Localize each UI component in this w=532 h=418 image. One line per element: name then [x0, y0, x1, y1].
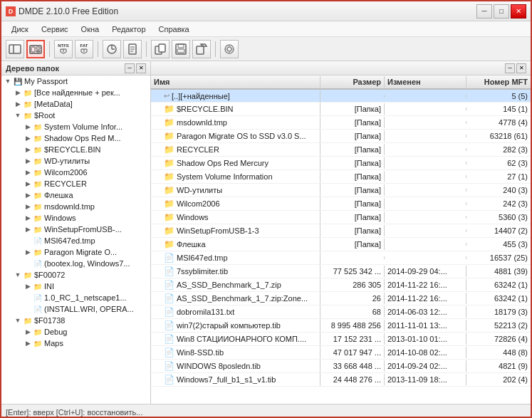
table-row[interactable]: 📁 Paragon Migrate OS to SSD v3.0 S... [П… — [151, 130, 531, 143]
tree-item[interactable]: ▶ 📁 Paragon Migrate O... — [1, 246, 150, 258]
tree-expander[interactable] — [23, 236, 33, 246]
load-image-btn[interactable] — [192, 40, 211, 58]
tree-expander[interactable] — [23, 304, 33, 314]
table-row[interactable]: ↩ [..][+найденные] 5 (5) — [151, 90, 531, 103]
tree-expander[interactable]: ▼ — [13, 270, 23, 280]
tree-expander[interactable]: ▶ — [23, 281, 33, 291]
tree-expander[interactable] — [23, 293, 33, 303]
tree-item[interactable]: ▶ 📁 [Все найденные + рек... — [1, 87, 150, 98]
tree-expander[interactable]: ▶ — [23, 179, 33, 189]
tree-item[interactable]: ▼ 📁 $F00072 — [1, 269, 150, 281]
tree-expander[interactable]: ▶ — [23, 122, 33, 132]
tree-item[interactable]: ▶ 📁 msdownld.tmp — [1, 201, 150, 212]
partition-btn[interactable] — [6, 40, 24, 58]
tree-expander[interactable]: ▶ — [23, 202, 33, 211]
tree-expander[interactable]: ▶ — [23, 247, 33, 257]
maximize-button[interactable]: □ — [494, 4, 509, 19]
tree-panel-minimize[interactable]: ─ — [125, 63, 135, 73]
table-row[interactable]: 📁 Wilcom2006 [Папка] 242 (3) — [151, 197, 531, 211]
tree-item[interactable]: ▶ 📁 INI — [1, 281, 150, 292]
tree-expander[interactable]: ▶ — [13, 88, 23, 98]
tree-item[interactable]: ▼ 📁 $F01738 — [1, 315, 150, 326]
tree-item[interactable]: ▶ 📁 WD-утилиты — [1, 155, 150, 167]
tree-expander[interactable]: ▶ — [23, 190, 33, 200]
tree-expander[interactable]: ▼ — [13, 315, 23, 325]
tree-item[interactable]: ▶ 📁 Wilcom2006 — [1, 167, 150, 178]
tree-expander[interactable]: ▶ — [23, 145, 33, 155]
folder-tree[interactable]: ▼ 💾 My Passport ▶ 📁 [Все найденные + рек… — [1, 75, 150, 404]
col-header-name[interactable]: Имя — [151, 76, 320, 88]
cell-name: 📁 WD-утилиты — [151, 184, 320, 197]
tree-expander[interactable]: ▶ — [23, 167, 33, 177]
tree-item[interactable]: ▼ 💾 My Passport — [1, 75, 150, 87]
tree-item[interactable]: ▶ 📁 Maps — [1, 338, 150, 349]
extra-btn[interactable] — [220, 40, 239, 58]
file-panel-close[interactable]: ✕ — [516, 63, 526, 73]
tree-panel-close[interactable]: ✕ — [136, 63, 146, 73]
table-row[interactable]: 📁 WD-утилиты [Папка] 240 (3) — [151, 184, 531, 197]
file-panel-minimize[interactable]: ─ — [505, 63, 515, 73]
tree-item[interactable]: ▼ 📁 $Root — [1, 110, 150, 121]
file-recovery-btn[interactable] — [123, 40, 142, 58]
col-header-size[interactable]: Размер — [320, 76, 385, 88]
menu-editor[interactable]: Редактор — [106, 23, 151, 35]
tree-expander[interactable]: ▶ — [23, 156, 33, 166]
tree-expander[interactable]: ▶ — [23, 327, 33, 337]
tree-item[interactable]: 📄 (bootex.log, Windows7... — [1, 258, 150, 269]
table-row[interactable]: 📁 Windows [Папка] 5360 (3) — [151, 211, 531, 224]
cell-size: [Папка] — [320, 117, 385, 128]
tree-item[interactable]: 📄 (INSTALL.WRI, OPERA... — [1, 303, 150, 315]
table-row[interactable]: 📁 $RECYCLE.BIN [Папка] 145 (1) — [151, 103, 531, 116]
table-row[interactable]: 📁 System Volume Information [Папка] 27 (… — [151, 170, 531, 184]
tree-item[interactable]: ▶ 📁 Debug — [1, 326, 150, 338]
save-image-btn[interactable] — [172, 40, 190, 58]
open-disk-btn[interactable] — [26, 40, 45, 58]
fat-scan-btn[interactable]: FAT — [75, 40, 93, 58]
tree-item[interactable]: ▶ 📁 System Volume Infor... — [1, 121, 150, 132]
tree-item[interactable]: 📄 MSI647ed.tmp — [1, 235, 150, 246]
tree-item[interactable]: ▶ 📁 $RECYCLE.BIN — [1, 144, 150, 155]
tree-expander[interactable]: ▶ — [13, 99, 23, 109]
tree-panel-title: Дерево папок — [6, 64, 59, 73]
close-button[interactable]: ✕ — [511, 4, 526, 19]
menu-windows[interactable]: Окна — [75, 23, 105, 35]
tree-item[interactable]: ▶ 📁 Флешка — [1, 189, 150, 201]
tree-expander[interactable]: ▶ — [23, 224, 33, 234]
table-row[interactable]: 📄 MSI647ed.tmp 16537 (25) — [151, 251, 531, 265]
table-row[interactable]: 📄 dobromila131.txt 68 2014-06-03 12:... … — [151, 305, 531, 319]
tree-item[interactable]: ▶ 📁 [MetaData] — [1, 98, 150, 110]
menu-help[interactable]: Справка — [153, 23, 195, 35]
col-header-mft[interactable]: Номер MFT — [466, 76, 531, 88]
table-row[interactable]: 📄 Win8 СТАЦИИОНАРНОГО КОМП.... 17 152 23… — [151, 333, 531, 346]
table-row[interactable]: 📁 Флешка [Папка] 455 (3) — [151, 238, 531, 251]
table-row[interactable]: 📄 AS_SSD_Benchmark_1_7.zip:Zone... 26 20… — [151, 292, 531, 305]
table-row[interactable]: 📄 AS_SSD_Benchmark_1_7.zip 286 305 2014-… — [151, 278, 531, 292]
table-row[interactable]: 📄 win7(2)старый компьютер.tib 8 995 488 … — [151, 319, 531, 333]
tree-item[interactable]: ▶ 📁 WinSetupFromUSB-... — [1, 224, 150, 235]
ntfs-scan-btn[interactable]: NTFS — [54, 40, 73, 58]
menu-disk[interactable]: Диск — [6, 23, 34, 35]
table-row[interactable]: 📁 RECYCLER [Папка] 282 (3) — [151, 143, 531, 157]
table-row[interactable]: 📄 7ssyblimiter.tib 77 525 342 ... 2014-0… — [151, 265, 531, 278]
tree-expander[interactable] — [23, 258, 33, 268]
col-header-modified[interactable]: Изменен — [385, 76, 466, 88]
copy-btn[interactable] — [151, 40, 169, 58]
table-row[interactable]: 📄 WINDOWS 8posledn.tib 33 668 448 ... 20… — [151, 360, 531, 373]
table-row[interactable]: 📄 Win8-SSD.tib 47 017 947 ... 2014-10-08… — [151, 346, 531, 360]
tree-expander[interactable]: ▶ — [23, 213, 33, 223]
tree-item[interactable]: ▶ 📁 RECYCLER — [1, 178, 150, 189]
table-row[interactable]: 📁 WinSetupFromUSB-1-3 [Папка] 14407 (2) — [151, 224, 531, 238]
tree-expander[interactable]: ▼ — [3, 76, 13, 86]
tree-item[interactable]: ▶ 📁 Shadow Ops Red M... — [1, 132, 150, 144]
minimize-button[interactable]: ─ — [476, 4, 492, 19]
tree-expander[interactable]: ▼ — [13, 110, 23, 120]
menu-service[interactable]: Сервис — [36, 23, 74, 35]
tree-item[interactable]: 📄 1.0_RC_1_netscape1... — [1, 292, 150, 303]
tree-item[interactable]: ▶ 📁 Windows — [1, 212, 150, 224]
table-row[interactable]: 📄 Windows7_full_b1_s1_v1.tib 24 448 276 … — [151, 373, 531, 387]
tree-expander[interactable]: ▶ — [23, 133, 33, 143]
table-row[interactable]: 📁 msdownld.tmp [Папка] 4778 (4) — [151, 116, 531, 130]
tree-expander[interactable]: ▶ — [23, 338, 33, 348]
table-row[interactable]: 📁 Shadow Ops Red Mercury [Папка] 62 (3) — [151, 157, 531, 170]
full-scan-btn[interactable] — [103, 40, 121, 58]
